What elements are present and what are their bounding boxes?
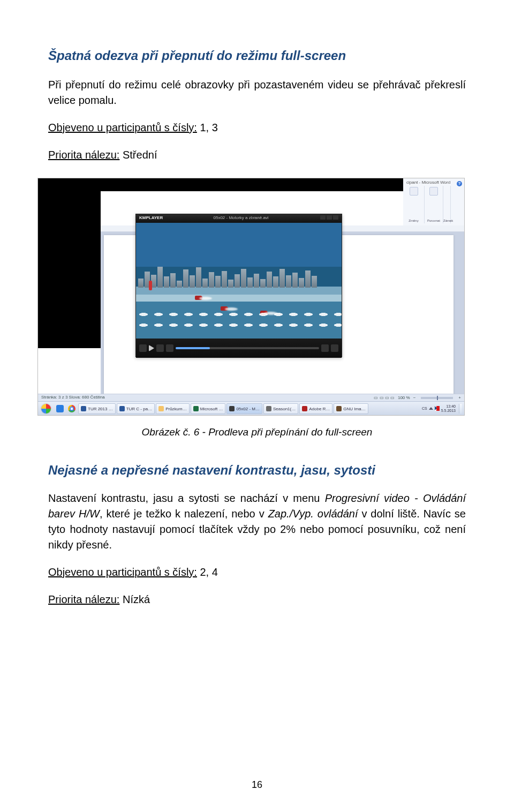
taskbar-label: Adobe R… xyxy=(309,407,330,411)
word-status-right: ▭ ▭ ▭ ▭ 100 % −+ xyxy=(374,395,461,401)
word-status-bar: Stránka: 3 z 3 Slova: 680 Čeština ▭ ▭ ▭ … xyxy=(38,394,464,401)
ribbon-changes-label: Změny xyxy=(403,219,424,222)
section1-heading: Špatná odezva při přepnutí do režimu ful… xyxy=(48,48,466,63)
zoom-percent: 100 % xyxy=(398,395,410,400)
taskbar-video[interactable]: 05x02 - M… xyxy=(226,403,262,414)
kmplayer-filename: 05x02 - Motorky a zbraně.avi xyxy=(213,215,268,222)
show-desktop-button[interactable] xyxy=(459,404,462,413)
clock-date: 5.5.2013 xyxy=(441,409,456,413)
taskbar-label: TUR C - pa… xyxy=(126,407,152,411)
ribbon-group-changes: Změny xyxy=(403,186,425,223)
clock-time: 13:40 xyxy=(441,404,456,409)
ie-icon xyxy=(56,405,64,412)
word-ribbon: cipant - Microsoft Word ? Změny Porovnat… xyxy=(403,178,464,232)
ribbon-group-compare: Porovnat xyxy=(425,186,443,223)
play-button[interactable] xyxy=(149,345,154,351)
priority-val: Střední xyxy=(119,149,157,161)
wave-decoration xyxy=(136,322,342,328)
taskbar-label: GNU Ima… xyxy=(343,407,365,411)
taskbar-explorer[interactable]: Průzkum… xyxy=(156,403,190,414)
kmplayer-titlebar[interactable]: KMPLAYER 05x02 - Motorky a zbraně.avi xyxy=(136,214,342,223)
window-buttons[interactable] xyxy=(319,215,338,222)
taskbar-gimp[interactable]: GNU Ima… xyxy=(334,403,368,414)
taskbar-word1[interactable]: TUR 2013 … xyxy=(78,403,116,414)
screenshot-figure: cipant - Microsoft Word ? Změny Porovnat… xyxy=(37,178,465,416)
buoy-decoration xyxy=(149,281,152,290)
maximize-icon[interactable] xyxy=(327,215,332,220)
video-icon xyxy=(229,406,235,411)
chrome-pinned[interactable] xyxy=(66,402,78,415)
kmplayer-window[interactable]: KMPLAYER 05x02 - Motorky a zbraně.avi xyxy=(135,214,342,357)
zoom-slider[interactable] xyxy=(421,397,453,399)
word-status-left: Stránka: 3 z 3 Slova: 680 Čeština xyxy=(41,395,105,401)
figure-caption: Obrázek č. 6 - Prodleva při přepínání do… xyxy=(48,426,466,438)
black-overlay-top xyxy=(101,178,403,191)
ribbon-group-protect: Zámek xyxy=(443,186,451,223)
system-tray[interactable]: CS 13:40 5.5.2013 xyxy=(420,402,464,415)
found-vals: 1, 3 xyxy=(197,122,218,133)
gimp-icon xyxy=(336,406,342,411)
kmplayer-brand: KMPLAYER xyxy=(139,215,163,222)
player-controls[interactable] xyxy=(136,339,342,358)
section1-priority: Priorita nálezu: Střední xyxy=(48,147,466,163)
ribbon-compare-label: Porovnat xyxy=(425,219,443,222)
start-button[interactable] xyxy=(38,402,54,416)
prev-button[interactable] xyxy=(139,344,147,352)
page-number: 16 xyxy=(0,779,514,791)
fullscreen-button[interactable] xyxy=(331,344,338,352)
found-label: Objeveno u participantů s čísly: xyxy=(48,122,197,133)
found-label: Objeveno u participantů s čísly: xyxy=(48,566,197,578)
p2-b: , které je težko k nalezení, nebo v xyxy=(100,508,268,520)
ie-pinned[interactable] xyxy=(54,402,66,415)
section1-para: Při přepnutí do režimu celé obrazovky př… xyxy=(48,77,466,108)
windows-taskbar[interactable]: TUR 2013 … TUR C - pa… Průzkum… Microsof… xyxy=(38,401,464,415)
excel-icon xyxy=(193,406,199,411)
word-icon xyxy=(81,406,86,411)
pdf-icon xyxy=(302,406,307,411)
stop-button[interactable] xyxy=(156,344,164,352)
section2-heading: Nejasné a nepřesné nastavení kontrastu, … xyxy=(48,463,466,478)
taskbar-label: 05x02 - M… xyxy=(236,407,260,411)
minimize-icon[interactable] xyxy=(320,215,326,220)
p2-it2: Zap./Vyp. ovládání xyxy=(268,508,358,520)
chrome-icon xyxy=(68,405,75,412)
taskbar-media[interactable]: Season1(… xyxy=(263,403,298,414)
jetski-decoration xyxy=(221,306,228,311)
tray-chevron-icon[interactable] xyxy=(429,407,433,410)
taskbar-label: Season1(… xyxy=(273,407,296,411)
accept-icon[interactable] xyxy=(410,187,418,196)
clock[interactable]: 13:40 5.5.2013 xyxy=(441,404,456,412)
next-button[interactable] xyxy=(166,344,173,352)
compare-icon[interactable] xyxy=(429,187,438,196)
lang-indicator[interactable]: CS xyxy=(422,407,427,410)
jetski-decoration xyxy=(195,296,202,300)
taskbar-excel[interactable]: Microsoft … xyxy=(191,403,226,414)
flag-icon[interactable] xyxy=(435,406,440,411)
ribbon-protect-label: Zámek xyxy=(443,219,450,222)
taskbar-label: Microsoft … xyxy=(200,407,223,411)
taskbar-label: TUR 2013 … xyxy=(88,407,113,411)
figure-wrapper: cipant - Microsoft Word ? Změny Porovnat… xyxy=(37,178,465,416)
found-vals: 2, 4 xyxy=(197,566,218,578)
seek-bar[interactable] xyxy=(176,347,319,349)
video-frame[interactable] xyxy=(136,223,342,339)
clapper-icon xyxy=(266,406,271,411)
taskbar-word2[interactable]: TUR C - pa… xyxy=(117,403,155,414)
word-icon xyxy=(119,406,125,411)
taskbar-adobe[interactable]: Adobe R… xyxy=(299,403,332,414)
priority-label: Priorita nálezu: xyxy=(48,149,119,161)
word-window-title: cipant - Microsoft Word xyxy=(406,180,450,185)
close-icon[interactable] xyxy=(333,215,338,220)
windows-icon xyxy=(41,404,51,413)
help-icon[interactable]: ? xyxy=(457,181,462,186)
folder-icon xyxy=(158,406,164,411)
wave-decoration xyxy=(136,312,342,317)
priority-val: Nízká xyxy=(119,593,150,605)
skyline-decoration xyxy=(136,265,342,288)
taskbar-label: Průzkum… xyxy=(165,407,187,411)
black-overlay-left xyxy=(38,178,101,348)
section2-priority: Priorita nálezu: Nízká xyxy=(48,592,466,607)
volume-button[interactable] xyxy=(321,344,329,352)
view-icons[interactable]: ▭ ▭ ▭ ▭ xyxy=(374,395,395,400)
p2-a: Nastavení kontrastu, jasu a sytosti se n… xyxy=(48,492,325,504)
